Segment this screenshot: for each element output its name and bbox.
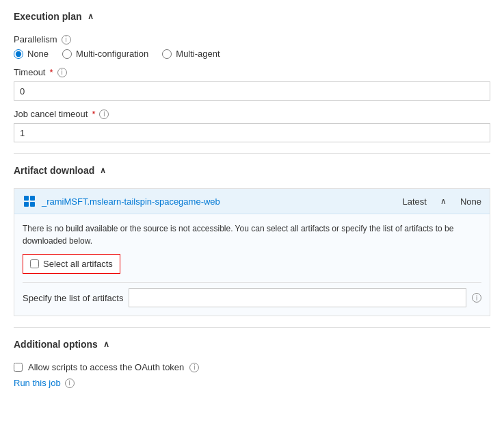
execution-plan-section: Execution plan ∧ Parallelism i None Mult… bbox=[14, 11, 490, 142]
artifact-none-label: None bbox=[460, 196, 481, 207]
svg-rect-0 bbox=[24, 196, 29, 201]
artifact-name[interactable]: _ramiMSFT.mslearn-tailspin-spacegame-web bbox=[42, 196, 403, 207]
run-this-job-info-icon[interactable]: i bbox=[65, 379, 75, 388]
parallelism-none-radio[interactable] bbox=[14, 49, 23, 59]
parallelism-multi-agent-label: Multi-agent bbox=[176, 49, 220, 59]
additional-options-header: Additional options ∧ bbox=[14, 339, 490, 354]
job-cancel-required: * bbox=[92, 109, 95, 119]
divider-1 bbox=[14, 153, 490, 154]
parallelism-multi-config-label: Multi-configuration bbox=[76, 49, 148, 59]
artifact-download-chevron-icon[interactable]: ∧ bbox=[100, 166, 106, 175]
select-all-container: Select all artifacts bbox=[23, 254, 120, 274]
artifact-body: There is no build available or the sourc… bbox=[14, 214, 490, 316]
allow-scripts-label: Allow scripts to access the OAuth token bbox=[28, 362, 184, 372]
job-cancel-timeout-label-row: Job cancel timeout * i bbox=[14, 109, 490, 119]
artifact-build-icon bbox=[23, 194, 36, 208]
parallelism-info-icon[interactable]: i bbox=[62, 35, 71, 44]
select-all-label: Select all artifacts bbox=[43, 259, 113, 269]
parallelism-none-label: None bbox=[27, 49, 49, 59]
execution-plan-chevron-icon[interactable]: ∧ bbox=[88, 12, 94, 21]
svg-rect-2 bbox=[24, 202, 29, 207]
parallelism-label-row: Parallelism i bbox=[14, 34, 490, 44]
additional-options-chevron-icon[interactable]: ∧ bbox=[103, 339, 109, 349]
allow-scripts-info-icon[interactable]: i bbox=[189, 363, 199, 372]
artifact-container: _ramiMSFT.mslearn-tailspin-spacegame-web… bbox=[14, 188, 490, 316]
parallelism-multi-agent-option[interactable]: Multi-agent bbox=[162, 49, 220, 59]
parallelism-label: Parallelism bbox=[14, 34, 57, 44]
artifact-download-section: Artifact download ∧ _ramiMSFT.mslearn-ta… bbox=[14, 165, 490, 316]
job-cancel-timeout-input[interactable] bbox=[14, 123, 490, 142]
additional-options-title: Additional options bbox=[14, 339, 98, 350]
job-cancel-timeout-label: Job cancel timeout bbox=[14, 109, 88, 119]
parallelism-none-option[interactable]: None bbox=[14, 49, 49, 59]
timeout-label: Timeout bbox=[14, 67, 45, 77]
artifact-inner-divider bbox=[23, 282, 481, 283]
svg-rect-3 bbox=[30, 202, 35, 207]
divider-2 bbox=[14, 327, 490, 328]
timeout-input[interactable] bbox=[14, 81, 490, 101]
execution-plan-title: Execution plan bbox=[14, 11, 82, 22]
parallelism-multi-config-radio[interactable] bbox=[62, 49, 72, 59]
parallelism-radio-group: None Multi-configuration Multi-agent bbox=[14, 49, 490, 59]
parallelism-multi-agent-radio[interactable] bbox=[162, 49, 172, 59]
artifact-download-title: Artifact download bbox=[14, 165, 94, 176]
additional-options-section: Additional options ∧ Allow scripts to ac… bbox=[14, 339, 490, 388]
specify-artifacts-row: Specify the list of artifacts i bbox=[23, 288, 481, 307]
execution-plan-header: Execution plan ∧ bbox=[14, 11, 490, 26]
run-this-job-row: Run this job i bbox=[14, 378, 490, 388]
parallelism-multi-config-option[interactable]: Multi-configuration bbox=[62, 49, 148, 59]
job-cancel-timeout-info-icon[interactable]: i bbox=[99, 110, 109, 119]
artifact-download-header: Artifact download ∧ bbox=[14, 165, 490, 180]
artifact-latest-label: Latest bbox=[403, 196, 427, 207]
allow-scripts-checkbox[interactable] bbox=[14, 363, 23, 372]
allow-scripts-row: Allow scripts to access the OAuth token … bbox=[14, 362, 490, 372]
timeout-info-icon[interactable]: i bbox=[57, 68, 67, 77]
select-all-checkbox[interactable] bbox=[30, 259, 39, 268]
artifact-row: _ramiMSFT.mslearn-tailspin-spacegame-web… bbox=[14, 189, 490, 214]
run-this-job-link[interactable]: Run this job bbox=[14, 378, 61, 388]
specify-artifacts-input[interactable] bbox=[129, 288, 466, 307]
specify-artifacts-label: Specify the list of artifacts bbox=[23, 293, 123, 303]
artifact-chevron-icon[interactable]: ∧ bbox=[440, 196, 447, 206]
specify-artifacts-info-icon[interactable]: i bbox=[472, 293, 481, 303]
artifact-message: There is no build available or the sourc… bbox=[23, 222, 481, 247]
timeout-required: * bbox=[49, 67, 53, 77]
svg-rect-1 bbox=[30, 196, 35, 201]
timeout-label-row: Timeout * i bbox=[14, 67, 490, 77]
